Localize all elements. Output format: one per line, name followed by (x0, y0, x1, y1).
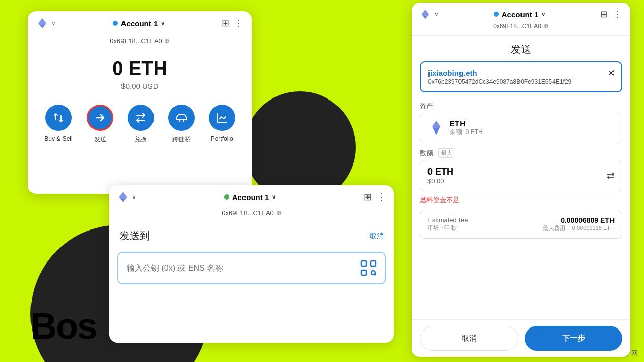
sendto-copy-icon[interactable]: ⧉ (277, 210, 282, 217)
recipient-address: 0x76b239705472dCc34e9087a8B0Fe931E654E1f… (428, 78, 614, 85)
account-status-dot (113, 21, 118, 26)
max-badge[interactable]: 最大 (438, 148, 455, 158)
sendto-address-bar: 0x69F18...C1EA0 ⧉ (109, 206, 394, 222)
asset-label-row: 资产: (412, 98, 630, 113)
grid-icon[interactable]: ⊞ (222, 18, 229, 29)
wallet-card: ∨ Account 1 ∨ ⊞ ⋮ 0x69F18...C1EA0 ⧉ 0 ET… (28, 11, 252, 194)
swap-button[interactable] (128, 105, 154, 131)
amount-left: 0 ETH $0.00 (427, 167, 453, 185)
swap-icon (135, 112, 147, 124)
sendto-input[interactable] (127, 264, 355, 273)
eth-diamond-icon (427, 119, 445, 137)
fee-row-top: Estimated fee 市场 ~60 秒 0.00006809 ETH 最大… (427, 216, 615, 232)
sendto-more-icon[interactable]: ⋮ (377, 191, 386, 203)
eth-logo-icon (36, 17, 48, 29)
more-options-icon[interactable]: ⋮ (234, 18, 243, 29)
sendto-header-right: ⊞ ⋮ (364, 191, 386, 203)
sendto-chevron-icon[interactable]: ∨ (132, 193, 136, 201)
send-confirm-footer: 取消 下一步 (412, 319, 630, 357)
asset-box[interactable]: ETH 余额: 0 ETH (420, 113, 622, 143)
portfolio-icon (216, 112, 228, 124)
send-action: 发送 (87, 105, 113, 144)
account-chevron-icon[interactable]: ∨ (161, 20, 165, 27)
bridge-action: 跨链桥 (168, 105, 195, 144)
amount-box: 0 ETH $0.00 ⇄ (420, 160, 622, 191)
swap-action: 兑换 (128, 105, 154, 144)
eth-balance: 0 ETH (28, 58, 252, 80)
svg-rect-8 (361, 270, 366, 275)
wallet-account-name[interactable]: Account 1 ∨ (113, 19, 165, 28)
amount-eth: 0 ETH (427, 167, 453, 177)
refresh-icon[interactable]: ⇄ (607, 170, 615, 181)
amount-usd: $0.00 (427, 177, 453, 185)
swap-label: 兑换 (135, 135, 147, 144)
send-button[interactable] (87, 105, 113, 131)
header-actions: ⊞ ⋮ (222, 18, 243, 29)
sendto-account-name[interactable]: Account 1 ∨ (224, 193, 277, 202)
recipient-close-icon[interactable]: ✕ (607, 68, 615, 79)
send-confirm-account[interactable]: Account 1 ∨ (494, 10, 546, 19)
sendto-eth-logo (117, 191, 129, 203)
action-buttons-row: Buy & Sell 发送 兑换 (28, 94, 252, 149)
wallet-header: ∨ Account 1 ∨ ⊞ ⋮ (28, 11, 252, 34)
next-button[interactable]: 下一步 (525, 326, 622, 351)
bridge-icon (175, 112, 188, 124)
portfolio-label: Portfolio (211, 135, 233, 142)
send-confirm-copy-icon[interactable]: ⧉ (544, 23, 549, 30)
buy-sell-label: Buy & Sell (44, 135, 72, 142)
wallet-address-bar: 0x69F18...C1EA0 ⧉ (28, 34, 252, 50)
fee-left: Estimated fee 市场 ~60 秒 (427, 216, 468, 232)
header-left: ∨ (36, 17, 56, 29)
svg-rect-7 (371, 261, 376, 266)
fuel-warning: 燃料资金不足 (412, 194, 630, 210)
fee-box: Estimated fee 市场 ~60 秒 0.00006809 ETH 最大… (420, 210, 622, 239)
buy-sell-button[interactable] (45, 105, 72, 131)
portfolio-action: Portfolio (209, 105, 235, 144)
bottom-text: Bos (30, 305, 97, 347)
sendto-cancel-button[interactable]: 取消 (370, 232, 384, 241)
send-header-top: ∨ Account 1 ∨ ⊞ ⋮ (420, 9, 622, 20)
eth-chevron-icon[interactable]: ∨ (51, 20, 56, 27)
fee-est-label: Estimated fee (427, 216, 468, 224)
asset-balance: 余额: 0 ETH (450, 128, 483, 137)
send-confirm-more-icon[interactable]: ⋮ (613, 9, 622, 20)
send-confirm-chevron[interactable]: ∨ (434, 11, 439, 18)
portfolio-button[interactable] (209, 105, 235, 131)
send-confirm-status-dot (494, 12, 499, 17)
send-confirm-grid-icon[interactable]: ⊞ (600, 9, 608, 20)
usd-balance: $0.00 USD (28, 82, 252, 90)
asset-label: 资产: (420, 102, 435, 111)
send-confirm-account-chevron[interactable]: ∨ (541, 11, 545, 18)
copy-address-icon[interactable]: ⧉ (165, 38, 170, 45)
sendto-title-row: 发送到 取消 (109, 222, 394, 248)
sendto-account-chevron[interactable]: ∨ (272, 194, 276, 201)
svg-rect-6 (361, 261, 366, 266)
send-confirm-header-right: ⊞ ⋮ (600, 9, 622, 20)
send-icon (94, 112, 106, 124)
fee-max: 最大费用： 0.00009118 ETH (543, 224, 615, 232)
balance-section: 0 ETH $0.00 USD (28, 50, 252, 94)
send-confirm-card: ∨ Account 1 ∨ ⊞ ⋮ 0x69F18...C1EA0 ⧉ 发送 j… (412, 3, 630, 357)
send-confirm-header-left: ∨ (420, 9, 439, 20)
sendto-title: 发送到 (119, 229, 150, 243)
recipient-ens: jixiaobing.eth (428, 69, 614, 77)
bridge-button[interactable] (168, 105, 195, 131)
amount-label: 数额: (420, 149, 435, 158)
send-confirm-title: 发送 (412, 36, 630, 61)
fee-right: 0.00006809 ETH 最大费用： 0.00009118 ETH (543, 216, 615, 232)
sendto-header-left: ∨ (117, 191, 136, 203)
fee-value: 0.00006809 ETH (543, 216, 615, 224)
recipient-box: jixiaobing.eth 0x76b239705472dCc34e9087a… (420, 61, 622, 92)
send-confirm-eth-logo (420, 9, 431, 20)
sendto-card: ∨ Account 1 ∨ ⊞ ⋮ 0x69F18...C1EA0 ⧉ 发送到 … (109, 185, 394, 343)
sendto-input-wrap (117, 252, 386, 284)
bridge-label: 跨链桥 (172, 135, 191, 144)
buy-sell-icon (52, 112, 65, 124)
send-confirm-header: ∨ Account 1 ∨ ⊞ ⋮ 0x69F18...C1EA0 ⧉ (412, 3, 630, 36)
send-confirm-address: 0x69F18...C1EA0 ⧉ (420, 23, 622, 32)
fee-market: 市场 ~60 秒 (427, 224, 468, 232)
cancel-button[interactable]: 取消 (420, 326, 518, 351)
sendto-grid-icon[interactable]: ⊞ (364, 191, 372, 203)
scan-icon[interactable] (360, 260, 377, 276)
send-label: 发送 (94, 135, 106, 144)
